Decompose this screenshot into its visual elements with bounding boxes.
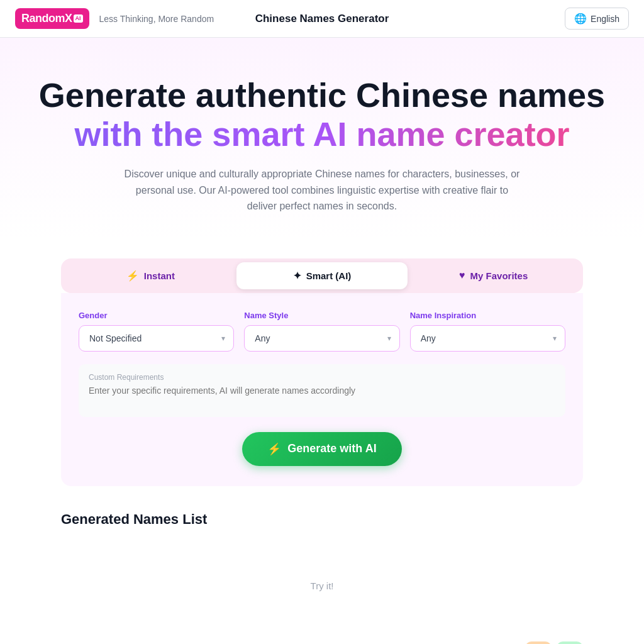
gender-select-wrapper: Not Specified Male Female ▾ bbox=[79, 325, 234, 352]
page-title: Chinese Names Generator bbox=[255, 13, 389, 25]
heart-icon: ♥ bbox=[459, 270, 465, 281]
name-style-select[interactable]: Any Traditional Modern Literary bbox=[244, 325, 399, 352]
tab-instant[interactable]: ⚡ Instant bbox=[65, 262, 236, 289]
logo[interactable]: RandomX AI bbox=[15, 8, 89, 29]
logo-text: RandomX bbox=[21, 12, 72, 25]
previously-generated-section: Previously Generated Results (0) 📋 📥 No … bbox=[48, 641, 596, 644]
logo-ai-badge: AI bbox=[74, 14, 83, 23]
generator-container: ⚡ Instant ✦ Smart (AI) ♥ My Favorites Ge… bbox=[48, 258, 596, 486]
hero-section: Generate authentic Chinese names with th… bbox=[0, 38, 644, 240]
name-style-label: Name Style bbox=[244, 311, 399, 320]
custom-req-label: Custom Requirements bbox=[89, 373, 555, 382]
tab-smart[interactable]: ✦ Smart (AI) bbox=[236, 262, 408, 289]
tab-favorites-label: My Favorites bbox=[470, 270, 528, 281]
selects-row: Gender Not Specified Male Female ▾ Name … bbox=[79, 311, 565, 352]
try-it-text: Try it! bbox=[311, 580, 334, 591]
hero-heading-line1: Generate authentic Chinese names bbox=[39, 76, 605, 114]
generated-names-section: Generated Names List Try it! bbox=[48, 511, 596, 629]
name-style-group: Name Style Any Traditional Modern Litera… bbox=[244, 311, 399, 352]
hero-heading: Generate authentic Chinese names with th… bbox=[25, 75, 619, 153]
custom-requirements-card: Custom Requirements bbox=[79, 364, 565, 417]
gender-label: Gender bbox=[79, 311, 234, 320]
copy-button[interactable]: 📋 bbox=[525, 641, 552, 644]
tab-favorites[interactable]: ♥ My Favorites bbox=[408, 262, 579, 289]
hero-subtitle: Discover unique and culturally appropria… bbox=[121, 166, 523, 214]
hero-heading-line2: with the smart AI name creator bbox=[74, 115, 569, 153]
generate-btn-label: Generate with AI bbox=[287, 442, 376, 455]
translate-icon: 🌐 bbox=[574, 13, 587, 25]
generated-names-title: Generated Names List bbox=[61, 511, 583, 528]
tabs-bar: ⚡ Instant ✦ Smart (AI) ♥ My Favorites bbox=[61, 258, 583, 293]
bolt-icon: ⚡ bbox=[126, 270, 139, 282]
try-it-placeholder: Try it! bbox=[61, 543, 583, 629]
generate-bolt-icon: ⚡ bbox=[267, 442, 281, 456]
form-card: Gender Not Specified Male Female ▾ Name … bbox=[61, 293, 583, 486]
download-button[interactable]: 📥 bbox=[557, 641, 583, 644]
name-inspiration-select-wrapper: Any Nature Virtue Celestial ▾ bbox=[410, 325, 565, 352]
prev-header: Previously Generated Results (0) 📋 📥 bbox=[61, 641, 583, 644]
tab-instant-label: Instant bbox=[144, 270, 175, 281]
tab-smart-label: Smart (AI) bbox=[306, 270, 352, 281]
language-label: English bbox=[591, 14, 619, 24]
sparkle-icon: ✦ bbox=[293, 270, 301, 282]
site-header: RandomX AI Less Thinking, More Random Ch… bbox=[0, 0, 644, 38]
language-button[interactable]: 🌐 English bbox=[565, 8, 629, 30]
custom-req-input[interactable] bbox=[89, 386, 555, 406]
generate-btn-wrapper: ⚡ Generate with AI bbox=[79, 432, 565, 466]
gender-select[interactable]: Not Specified Male Female bbox=[79, 325, 234, 352]
name-inspiration-group: Name Inspiration Any Nature Virtue Celes… bbox=[410, 311, 565, 352]
generate-button[interactable]: ⚡ Generate with AI bbox=[242, 432, 401, 466]
name-inspiration-select[interactable]: Any Nature Virtue Celestial bbox=[410, 325, 565, 352]
name-style-select-wrapper: Any Traditional Modern Literary ▾ bbox=[244, 325, 399, 352]
gender-group: Gender Not Specified Male Female ▾ bbox=[79, 311, 234, 352]
name-inspiration-label: Name Inspiration bbox=[410, 311, 565, 320]
prev-actions: 📋 📥 bbox=[525, 641, 583, 644]
